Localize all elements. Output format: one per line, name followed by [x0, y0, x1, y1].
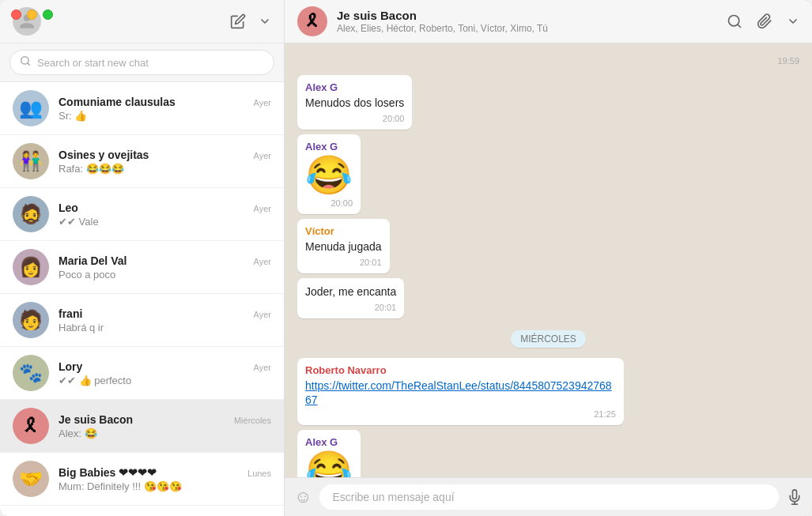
sidebar: 👥 Comuniame clausulas Ayer Sr: 👍 👫 Osine…: [0, 0, 285, 516]
chat-list-name: frani: [59, 307, 82, 320]
chat-item[interactable]: 🧔 Leo Ayer ✔✔ Vale: [0, 188, 284, 241]
chat-list-preview: Alex: 😂: [59, 427, 271, 439]
message-sender: Roberto Navarro: [305, 364, 616, 376]
chat-list-avatar: 👥: [13, 90, 49, 126]
chat-list-name: Je suis Bacon: [59, 413, 133, 426]
search-icon: [20, 55, 31, 70]
compose-icon[interactable]: [230, 13, 246, 29]
attach-icon[interactable]: [757, 13, 772, 29]
chat-input-bar: ☺: [285, 477, 812, 516]
emoji-icon[interactable]: ☺: [294, 487, 312, 507]
message-text: Joder, me encanta: [305, 284, 396, 300]
initial-timestamp: 19:59: [777, 56, 799, 66]
chat-list-avatar: 🤝: [13, 461, 49, 497]
chat-list-name: Leo: [59, 202, 78, 214]
search-input[interactable]: [37, 57, 264, 69]
chat-item[interactable]: 👩 Maria Del Val Ayer Poco a poco: [0, 241, 284, 294]
message-link[interactable]: https://twitter.com/TheRealStanLee/statu…: [305, 379, 612, 406]
chat-header-info: Je suis Bacon Alex, Elies, Héctor, Rober…: [337, 9, 727, 34]
chat-info-top: Big Babies ❤❤❤❤ Lunes: [59, 466, 271, 479]
message-emoji: 😂: [305, 450, 353, 477]
chat-list-avatar: 👩: [13, 249, 49, 285]
search-chat-icon[interactable]: [727, 13, 742, 29]
chat-list-info: Comuniame clausulas Ayer Sr: 👍: [59, 96, 271, 122]
message-text: Menudos dos losers: [305, 96, 404, 111]
chevron-down-chat-icon[interactable]: [787, 15, 799, 28]
chat-list-time: Ayer: [254, 151, 271, 160]
chat-list-avatar: 🧔: [13, 196, 49, 232]
close-button[interactable]: [11, 9, 21, 20]
chat-list-info: frani Ayer Habrá q ir: [59, 307, 271, 333]
window-controls: [11, 9, 53, 20]
chat-header-actions: [727, 13, 799, 29]
message-bubble: Alex G😂21:28: [297, 430, 361, 477]
chat-item[interactable]: 🧑 frani Ayer Habrá q ir: [0, 294, 284, 347]
chat-list-preview: Sr: 👍: [59, 110, 271, 122]
message-sender: Alex G: [305, 436, 353, 448]
message-bubble: Roberto Navarrohttps://twitter.com/TheRe…: [297, 358, 624, 425]
date-divider-label: MIÉRCOLES: [511, 330, 586, 348]
chat-info-top: Leo Ayer: [59, 202, 271, 214]
message-text: Menuda jugada: [305, 239, 382, 255]
chat-list-time: Miércoles: [234, 416, 271, 425]
message-bubble: Joder, me encanta20:01: [297, 278, 404, 318]
message-emoji: 😂: [305, 155, 353, 197]
chat-list-info: Lory Ayer ✔✔ 👍 perfecto: [59, 360, 271, 386]
chat-list-time: Ayer: [254, 363, 271, 372]
chat-list-time: Ayer: [254, 310, 271, 319]
chat-list-preview: Rafa: 😂😂😂: [59, 163, 271, 175]
message-sender: Alex G: [305, 141, 353, 153]
chat-list-preview: ✔✔ Vale: [59, 216, 271, 228]
svg-line-1: [28, 63, 30, 66]
chat-item[interactable]: 👫 Osines y ovejitas Ayer Rafa: 😂😂😂: [0, 135, 284, 188]
chat-list-preview: Mum: Definitely !!! 😘😘😘: [59, 480, 271, 492]
chat-list-name: Lory: [59, 360, 82, 373]
maximize-button[interactable]: [43, 9, 53, 20]
message-sender: Víctor: [305, 225, 382, 237]
chat-item[interactable]: 🐾 Lory Ayer ✔✔ 👍 perfecto: [0, 347, 284, 400]
message-time: 20:00: [305, 198, 353, 208]
minimize-button[interactable]: [27, 9, 37, 20]
chat-members: Alex, Elies, Héctor, Roberto, Toni, Víct…: [337, 23, 727, 34]
chat-info-top: frani Ayer: [59, 307, 271, 320]
chat-list-info: Leo Ayer ✔✔ Vale: [59, 202, 271, 228]
messages-area: 19:59Alex GMenudos dos losers20:00Alex G…: [285, 43, 812, 477]
chat-header: 🎗 Je suis Bacon Alex, Elies, Héctor, Rob…: [285, 0, 812, 43]
chat-list-time: Ayer: [254, 204, 271, 213]
chat-list-info: Je suis Bacon Miércoles Alex: 😂: [59, 413, 271, 439]
chat-item[interactable]: 👥 Comuniame clausulas Ayer Sr: 👍: [0, 82, 284, 135]
chat-name: Je suis Bacon: [337, 9, 727, 22]
chat-info-top: Comuniame clausulas Ayer: [59, 96, 271, 108]
chat-list-preview: ✔✔ 👍 perfecto: [59, 375, 271, 386]
chat-item[interactable]: 🎗 Je suis Bacon Miércoles Alex: 😂: [0, 400, 284, 453]
search-bar: [0, 43, 284, 82]
mic-icon[interactable]: [787, 489, 803, 505]
chat-list-time: Lunes: [247, 469, 271, 478]
chat-info-top: Lory Ayer: [59, 360, 271, 373]
chat-list-preview: Poco a poco: [59, 269, 271, 281]
message-time: 21:25: [305, 409, 616, 419]
message-bubble: Alex G😂20:00: [297, 134, 361, 215]
sidebar-header: [0, 0, 284, 43]
message-bubble: Alex GMenudos dos losers20:00: [297, 75, 412, 130]
chat-list-time: Ayer: [254, 257, 271, 266]
chat-list-name: Big Babies ❤❤❤❤: [59, 466, 157, 479]
chevron-down-icon[interactable]: [259, 15, 271, 28]
svg-line-3: [738, 24, 741, 28]
message-sender: Alex G: [305, 81, 404, 93]
date-divider: MIÉRCOLES: [297, 331, 799, 345]
chat-item[interactable]: 🤝 Big Babies ❤❤❤❤ Lunes Mum: Definitely …: [0, 453, 284, 506]
chat-info-top: Je suis Bacon Miércoles: [59, 413, 271, 426]
message-input[interactable]: [319, 484, 779, 510]
chat-list: 👥 Comuniame clausulas Ayer Sr: 👍 👫 Osine…: [0, 82, 284, 516]
chat-list-name: Osines y ovejitas: [59, 149, 149, 161]
chat-list-avatar: 🐾: [13, 355, 49, 391]
chat-list-info: Maria Del Val Ayer Poco a poco: [59, 254, 271, 281]
chat-list-preview: Habrá q ir: [59, 322, 271, 333]
chat-list-info: Osines y ovejitas Ayer Rafa: 😂😂😂: [59, 149, 271, 175]
chat-list-avatar: 👫: [13, 143, 49, 179]
chat-list-time: Ayer: [254, 98, 271, 107]
chat-list-avatar: 🎗: [13, 408, 49, 444]
chat-info-top: Maria Del Val Ayer: [59, 254, 271, 267]
chat-avatar: 🎗: [297, 6, 327, 36]
